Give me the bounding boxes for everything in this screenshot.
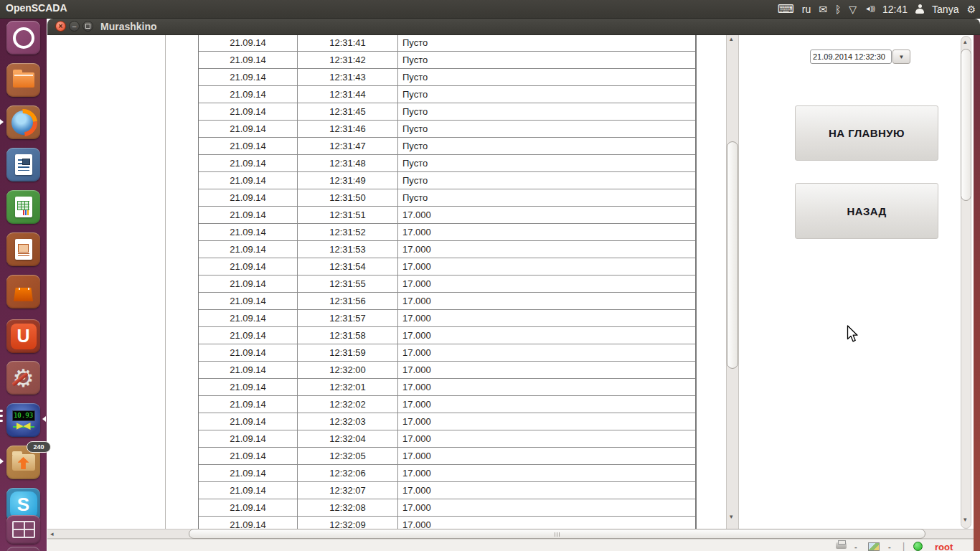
cell-time: 12:31:55 xyxy=(298,276,398,292)
table-row[interactable]: 21.09.1412:31:48Пусто xyxy=(199,155,695,172)
clock-label[interactable]: 12:41 xyxy=(882,4,908,15)
volume-icon[interactable]: ◄))) xyxy=(864,6,875,12)
launcher-item-openscada[interactable]: 10.93 xyxy=(6,403,40,437)
launcher-item-ubuntu-one[interactable]: U xyxy=(6,319,40,353)
cell-time: 12:31:53 xyxy=(298,241,398,258)
cell-date: 21.09.14 xyxy=(199,86,298,103)
table-row[interactable]: 21.09.1412:31:5217.000 xyxy=(199,224,695,241)
table-row[interactable]: 21.09.1412:32:0017.000 xyxy=(199,362,695,379)
table-row[interactable]: 21.09.1412:31:50Пусто xyxy=(199,189,695,207)
cell-date: 21.09.14 xyxy=(199,413,298,430)
window-content: 21.09.1412:31:41Пусто21.09.1412:31:42Пус… xyxy=(47,34,974,551)
table-row[interactable]: 21.09.1412:32:0917.000 xyxy=(199,517,695,529)
cell-value: 17.000 xyxy=(398,517,695,529)
keyboard-indicator-icon[interactable]: ⌨ xyxy=(778,4,794,15)
cell-value: 17.000 xyxy=(398,293,695,309)
table-row[interactable]: 21.09.1412:32:0317.000 xyxy=(199,413,695,430)
launcher-item-dash[interactable] xyxy=(6,21,40,55)
user-menu-label[interactable]: Tanya xyxy=(932,4,958,15)
launcher-item-system-settings[interactable]: ⚙ xyxy=(6,361,40,395)
launcher-item-workspaces[interactable] xyxy=(6,515,40,544)
table-row[interactable]: 21.09.1412:31:5917.000 xyxy=(199,344,695,362)
main-scroll-up-icon[interactable]: ▴ xyxy=(963,39,967,45)
cell-date: 21.09.14 xyxy=(199,155,298,171)
main-scroll-left-icon[interactable]: ◂ xyxy=(50,531,54,537)
mail-icon[interactable]: ✉ xyxy=(819,4,827,14)
table-scroll-down-icon[interactable]: ▾ xyxy=(730,514,733,520)
cell-value: 17.000 xyxy=(398,499,695,516)
cell-date: 21.09.14 xyxy=(199,224,298,240)
cell-time: 12:31:49 xyxy=(298,172,398,189)
folder-icon xyxy=(13,72,34,88)
back-button[interactable]: НАЗАД xyxy=(795,183,938,239)
cell-time: 12:31:45 xyxy=(298,103,398,120)
close-button[interactable]: × xyxy=(55,21,66,32)
table-row[interactable]: 21.09.1412:31:44Пусто xyxy=(199,86,695,103)
table-row[interactable]: 21.09.1412:32:0817.000 xyxy=(199,499,695,517)
archive-table: 21.09.1412:31:41Пусто21.09.1412:31:42Пус… xyxy=(198,34,700,529)
main-hscrollbar-thumb[interactable] xyxy=(189,529,925,539)
launcher-item-impress[interactable] xyxy=(6,232,40,266)
main-scroll-down-icon[interactable]: ▾ xyxy=(963,517,967,523)
table-row[interactable]: 21.09.1412:31:47Пусто xyxy=(199,138,695,155)
table-row[interactable]: 21.09.1412:31:5417.000 xyxy=(199,258,695,276)
maximize-button[interactable] xyxy=(83,21,93,32)
session-gear-icon[interactable]: ⚙ xyxy=(966,4,976,14)
table-row[interactable]: 21.09.1412:31:5317.000 xyxy=(199,241,695,258)
cell-value: 17.000 xyxy=(398,207,695,223)
table-row[interactable]: 21.09.1412:32:0617.000 xyxy=(199,465,695,482)
datetime-dropdown-button[interactable]: ▼ xyxy=(892,50,910,64)
table-scroll-up-icon[interactable]: ▴ xyxy=(730,36,733,42)
maximize-icon xyxy=(85,24,90,29)
table-row[interactable]: 21.09.1412:32:0417.000 xyxy=(199,430,695,448)
openscada-lcd-icon: 10.93 xyxy=(12,410,35,421)
cell-time: 12:31:46 xyxy=(298,121,398,137)
launcher-item-backup[interactable]: 240 xyxy=(6,446,40,479)
printer-icon[interactable] xyxy=(836,542,847,549)
table-row[interactable]: 21.09.1412:31:49Пусто xyxy=(199,172,695,189)
separator-dash: - xyxy=(888,542,891,551)
cell-time: 12:32:03 xyxy=(298,413,398,430)
table-row[interactable]: 21.09.1412:31:5817.000 xyxy=(199,327,695,344)
home-button[interactable]: НА ГЛАВНУЮ xyxy=(795,105,938,161)
cell-date: 21.09.14 xyxy=(199,499,298,516)
bluetooth-icon[interactable]: ᛒ xyxy=(835,4,841,14)
launcher-item-calc[interactable] xyxy=(6,190,40,224)
table-row[interactable]: 21.09.1412:31:45Пусто xyxy=(199,103,695,121)
cell-time: 12:32:01 xyxy=(298,379,398,395)
table-row[interactable]: 21.09.1412:31:41Пусто xyxy=(199,34,695,52)
datetime-input[interactable] xyxy=(810,50,892,64)
table-row[interactable]: 21.09.1412:31:43Пусто xyxy=(199,69,695,86)
window-titlebar[interactable]: × – Murashkino xyxy=(47,19,980,35)
cell-time: 12:32:04 xyxy=(298,430,398,447)
openscada-valve-icon xyxy=(11,423,36,430)
table-row[interactable]: 21.09.1412:32:0517.000 xyxy=(199,448,695,465)
launcher-item-writer[interactable] xyxy=(6,148,40,182)
cell-date: 21.09.14 xyxy=(199,69,298,85)
table-vscrollbar-thumb[interactable] xyxy=(727,141,738,369)
cell-time: 12:31:57 xyxy=(298,310,398,326)
cell-date: 21.09.14 xyxy=(199,103,298,120)
cell-date: 21.09.14 xyxy=(199,430,298,447)
table-row[interactable]: 21.09.1412:32:0717.000 xyxy=(199,482,695,499)
launcher-item-files[interactable] xyxy=(6,63,40,97)
main-vscrollbar-thumb[interactable] xyxy=(961,49,971,201)
launcher-item-trash[interactable] xyxy=(6,547,40,551)
connection-status-icon xyxy=(913,542,923,551)
cell-value: 17.000 xyxy=(398,224,695,240)
launcher-item-firefox[interactable] xyxy=(6,105,40,139)
launcher-item-software-center[interactable] xyxy=(6,275,40,309)
table-row[interactable]: 21.09.1412:32:0117.000 xyxy=(199,379,695,396)
table-row[interactable]: 21.09.1412:31:46Пусто xyxy=(199,121,695,138)
keyboard-layout-label[interactable]: ru xyxy=(802,4,811,15)
table-row[interactable]: 21.09.1412:31:5617.000 xyxy=(199,293,695,310)
table-row[interactable]: 21.09.1412:31:42Пусто xyxy=(199,52,695,69)
minimize-button[interactable]: – xyxy=(69,21,80,32)
image-status-icon[interactable] xyxy=(868,542,880,551)
table-row[interactable]: 21.09.1412:31:5717.000 xyxy=(199,310,695,327)
table-row[interactable]: 21.09.1412:32:0217.000 xyxy=(199,396,695,413)
wifi-icon[interactable]: ▽ xyxy=(849,4,857,14)
active-app-title: OpenSCADA xyxy=(6,2,67,14)
table-row[interactable]: 21.09.1412:31:5117.000 xyxy=(199,207,695,224)
table-row[interactable]: 21.09.1412:31:5517.000 xyxy=(199,276,695,293)
